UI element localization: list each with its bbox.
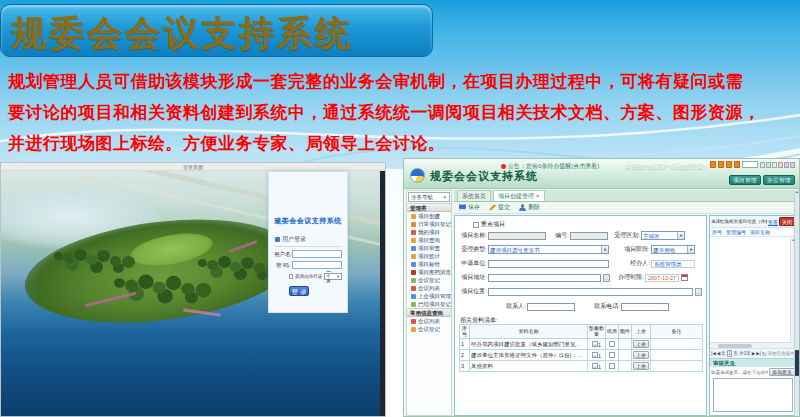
related-col-header[interactable]: 项目名称	[750, 229, 770, 235]
sidebar-item[interactable]: 项目统计	[407, 252, 451, 260]
skin-swatches	[760, 162, 795, 168]
unchecked-checkbox[interactable]	[609, 352, 615, 358]
location-input[interactable]	[488, 288, 693, 296]
image-count-cell: ✓1	[588, 339, 606, 350]
panel-hscrollbar[interactable]	[710, 342, 796, 348]
skin-color-swatch[interactable]	[766, 162, 771, 168]
first-page-icon[interactable]: |◀	[711, 351, 716, 356]
add-opinion-button[interactable]: 添加意见	[769, 368, 795, 376]
phone-input[interactable]	[621, 303, 669, 311]
sidebar-item[interactable]: 我的项目	[407, 228, 451, 236]
row-number: 2	[460, 350, 470, 361]
sidebar-item[interactable]: 上会项目管理	[407, 292, 451, 300]
app-header: 规委会会议支持系统 公告：您有0条待办提醒(点击查看) 欢迎您!当前用户:(系统…	[404, 159, 799, 189]
remember-checkbox[interactable]	[289, 274, 293, 279]
to-meeting-button[interactable]: 上会	[633, 362, 649, 370]
materials-col-header: 影像数量	[588, 325, 606, 339]
sidebar-item-label: 上会项目管理	[418, 293, 451, 300]
unchecked-checkbox[interactable]	[609, 341, 615, 347]
accept-type-select[interactable]: 建设项目选址意见书 ▼	[488, 245, 609, 254]
sidebar-item[interactable]: 项目查询	[407, 236, 451, 244]
save-toolbar-button[interactable]: 保存	[459, 203, 480, 212]
sidebar-item[interactable]: 会议登记	[407, 325, 451, 333]
browse-button[interactable]: …	[695, 288, 702, 296]
sidebar-item[interactable]: 已结项目登记	[407, 300, 451, 308]
office-manage-button[interactable]: 办公管理	[763, 175, 795, 185]
chevron-down-icon: ▼	[336, 274, 340, 279]
skin-color-swatch[interactable]	[772, 162, 777, 168]
edit-toolbar-button[interactable]: 提交	[489, 203, 510, 212]
image-count: 1	[598, 353, 601, 359]
close-tab-icon[interactable]: ×	[536, 193, 540, 199]
toolbar-label: 提交	[498, 203, 510, 212]
app-scrollbar[interactable]: ▲	[794, 190, 799, 416]
project-name-input[interactable]	[488, 232, 546, 240]
materials-col-header: 纸质	[606, 325, 619, 339]
related-col-header[interactable]: 序号	[712, 229, 722, 235]
sidebar-item[interactable]: 日常项目登记	[407, 220, 451, 228]
related-col-header[interactable]: 受理编号	[726, 229, 746, 235]
header-notice[interactable]: 公告：您有0条待办提醒(点击查看)	[501, 162, 599, 171]
remember-duration-select[interactable]: 一个月 ▼	[324, 273, 342, 280]
browse-button[interactable]: …	[603, 274, 610, 282]
to-meeting-button[interactable]: 上会	[633, 340, 649, 348]
skin-color-swatch[interactable]	[784, 162, 789, 168]
user-toolbar-button[interactable]: 删除	[519, 203, 540, 212]
chevron-down-icon: ▼	[677, 232, 684, 239]
sidebar-item[interactable]: 项目审查	[407, 244, 451, 252]
sidebar-item[interactable]: 会议登记	[407, 276, 451, 284]
login-button[interactable]: 登 录	[289, 286, 309, 296]
sidebar-group-header[interactable]: 常用信息查询	[407, 308, 451, 317]
quick-button[interactable]	[710, 161, 716, 168]
calendar-icon[interactable]	[681, 274, 688, 281]
sidebar-item-label: 项目图档浏览	[418, 269, 451, 276]
tab-active[interactable]: 项目创建管理×	[493, 190, 545, 201]
quick-button[interactable]	[726, 161, 732, 168]
page-number-input[interactable]: 1	[727, 350, 733, 357]
empty-records-text: 没有符合条件记录	[767, 351, 795, 356]
to-meeting-button[interactable]: 上会	[633, 351, 649, 359]
scroll-up-icon[interactable]: ▲	[795, 190, 799, 195]
address-input[interactable]	[488, 274, 601, 282]
sidebar-item[interactable]: 会议列表	[407, 317, 451, 325]
sidebar-group-header[interactable]: 受理类	[407, 203, 451, 212]
header-tools	[710, 161, 795, 168]
key-project-checkbox[interactable]	[473, 222, 479, 228]
quick-button[interactable]	[734, 161, 740, 168]
sidebar-item[interactable]: 项目图档浏览	[407, 268, 451, 276]
refresh-icon[interactable]: ↻	[762, 351, 767, 357]
skin-color-swatch[interactable]	[790, 162, 795, 168]
quick-button[interactable]	[718, 161, 724, 168]
prev-page-icon[interactable]: ◀	[717, 351, 720, 356]
skin-color-swatch[interactable]	[760, 162, 765, 168]
last-page-icon[interactable]: ▶|	[756, 351, 761, 356]
close-panel-button[interactable]: 关闭	[779, 217, 795, 226]
code-input[interactable]	[570, 232, 608, 240]
username-input[interactable]	[292, 250, 342, 258]
opinion-textarea[interactable]	[713, 378, 793, 412]
materials-col-header: 图件	[619, 325, 632, 339]
materials-col-header: 序号	[460, 325, 470, 339]
password-input[interactable]	[292, 261, 342, 269]
hscroll-thumb[interactable]	[718, 344, 752, 348]
skin-color-swatch[interactable]	[778, 162, 783, 168]
tab-inactive[interactable]: 系统首页	[457, 190, 491, 201]
unchecked-checkbox[interactable]	[609, 363, 615, 369]
app-logo-icon	[410, 168, 425, 183]
stage-value: 建设用地	[652, 246, 687, 253]
sidebar-item[interactable]: 项目标绘	[407, 260, 451, 268]
module-select[interactable]: 业务导航 ▼	[408, 192, 450, 202]
table-row: 1经办局内项目建议批复（城乡规划部门意见）(1份)✓1上会	[460, 339, 703, 350]
menu-item-icon	[411, 246, 416, 251]
sidebar-item[interactable]: 项目创建	[407, 212, 451, 220]
applicant-input[interactable]	[488, 260, 609, 268]
view-link[interactable]: 查看	[768, 219, 778, 225]
project-manage-button[interactable]: 项目管理	[729, 175, 761, 185]
scroll-thumb[interactable]	[795, 350, 799, 376]
sidebar-item[interactable]: 会议列表	[407, 284, 451, 292]
next-page-icon[interactable]: ▶	[752, 351, 755, 356]
menu-item-icon	[411, 294, 416, 299]
stage-select[interactable]: 建设用地 ▼	[651, 245, 695, 254]
district-select[interactable]: 主城区 ▼	[641, 231, 685, 240]
contact-input[interactable]	[527, 303, 575, 311]
